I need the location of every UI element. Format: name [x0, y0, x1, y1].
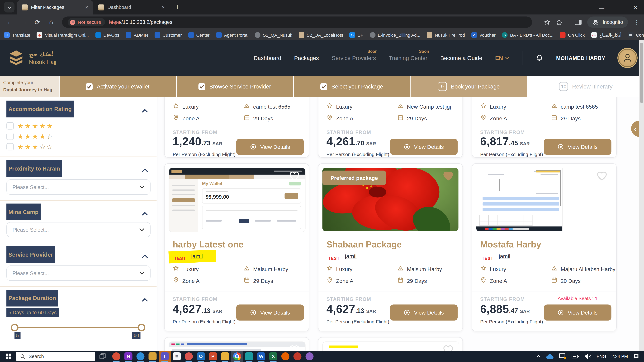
window-maximize-button[interactable]	[610, 1, 627, 14]
bookmark-14[interactable]: On Click	[560, 32, 585, 38]
nusuk-logo[interactable]: نُسُك حج Nusuk Hajj	[7, 49, 56, 67]
provider-link[interactable]: jamil	[191, 253, 203, 260]
favorite-heart-icon[interactable]	[443, 345, 454, 351]
mina-camp-select[interactable]: Please Select...	[6, 222, 150, 237]
clock[interactable]: 2:24 PM	[612, 354, 628, 359]
window-close-button[interactable]: ✕	[627, 1, 644, 14]
provider-link[interactable]: jamil	[499, 253, 510, 260]
bookmark-5[interactable]: Center	[188, 32, 210, 38]
taskbar-app-chrome[interactable]	[231, 351, 243, 362]
bookmark-15[interactable]: بأذكار-الصباح	[591, 32, 622, 38]
bookmark-2[interactable]: DevOps	[95, 32, 119, 38]
security-badge[interactable]: ✕ Not secure	[68, 18, 105, 26]
bookmark-16[interactable]: ⇄Compare text onlin...	[628, 32, 644, 38]
collapse-panel-tab[interactable]: ‹	[631, 121, 639, 137]
scrollbar-thumb[interactable]	[640, 43, 643, 103]
package-card-partial-bottom[interactable]	[164, 337, 309, 351]
favorite-heart-icon[interactable]	[443, 171, 454, 183]
nav-become-a-guide[interactable]: Become a Guide	[440, 55, 482, 61]
task-view-button[interactable]	[98, 353, 108, 360]
package-card-partial-bottom[interactable]	[318, 337, 463, 351]
new-tab-button[interactable]: +	[175, 3, 180, 12]
taskbar-app-palette-app[interactable]	[304, 351, 316, 362]
forward-button[interactable]: →	[18, 16, 30, 28]
bookmark-1[interactable]: ◆Visual Paradigm Onl...	[37, 32, 89, 38]
keyboard-language[interactable]: ENG	[596, 354, 606, 359]
back-button[interactable]: ←	[4, 16, 16, 28]
browser-menu-icon[interactable]: ⋮	[634, 18, 640, 26]
onedrive-icon[interactable]	[546, 354, 554, 359]
provider-link[interactable]: jamil	[345, 253, 356, 260]
duration-range-slider[interactable]	[0, 323, 157, 332]
taskbar-app-notepad[interactable]: ≡	[171, 351, 183, 362]
slider-handle-min[interactable]	[11, 324, 19, 332]
step-browse-service-provider[interactable]: Browse Service Provider	[176, 76, 293, 97]
collapse-chevron-icon[interactable]	[142, 296, 148, 303]
step-book-your-package[interactable]: 9 Book your Package	[410, 76, 527, 97]
step-select-your-package[interactable]: Select your Package	[293, 76, 410, 97]
taskbar-app-teams[interactable]: T	[158, 351, 171, 362]
taskbar-app-excel[interactable]: X	[267, 351, 279, 362]
view-details-button[interactable]: View Details	[544, 305, 612, 321]
proximity-select[interactable]: Please Select...	[6, 179, 150, 195]
taskbar-app-firefox[interactable]	[279, 351, 292, 362]
collapse-chevron-icon[interactable]	[142, 253, 148, 260]
bookmark-6[interactable]: Agent Portal	[216, 32, 248, 38]
taskbar-app-file-explorer[interactable]	[219, 351, 231, 362]
bookmark-7[interactable]: S2_QA_Nusuk	[255, 32, 292, 38]
package-card-harby-latest-one[interactable]: My Wallet 99,999.00 harby Latest oneTEST…	[164, 163, 309, 332]
user-avatar[interactable]	[618, 49, 637, 67]
taskbar-app-browser-app[interactable]	[134, 351, 146, 362]
bookmark-9[interactable]: SSF	[350, 32, 363, 38]
taskbar-app-media-app[interactable]	[110, 351, 122, 362]
taskbar-app-red-app[interactable]	[292, 351, 304, 362]
tab-dashboard[interactable]: Dashboard ✕	[94, 0, 170, 14]
view-details-button[interactable]: View Details	[236, 305, 304, 321]
window-minimize-button[interactable]: —	[593, 1, 610, 14]
favorite-heart-icon[interactable]	[289, 345, 300, 351]
bookmark-12[interactable]: ✓Voucher	[471, 32, 496, 38]
taskbar-app-colorful-app[interactable]	[146, 351, 158, 362]
taskbar-app-outlook[interactable]: O	[195, 351, 207, 362]
collapse-chevron-icon[interactable]	[142, 167, 148, 174]
hidden-icons-chevron[interactable]	[536, 355, 541, 358]
page-scrollbar[interactable]	[639, 40, 644, 351]
view-details-button[interactable]: View Details	[390, 139, 458, 155]
bookmark-4[interactable]: Customer	[154, 32, 182, 38]
taskbar-app-onenote[interactable]: N	[122, 351, 134, 362]
slider-handle-max[interactable]	[138, 324, 146, 332]
package-card-mostafa-harby[interactable]: Mostafa HarbyTESTjamilLuxuryMajaru Al ka…	[472, 163, 617, 332]
view-details-button[interactable]: View Details	[236, 139, 304, 155]
rating-option-5-stars[interactable]: ★★★★★	[6, 121, 53, 130]
taskbar-app-teal-app[interactable]	[243, 351, 255, 362]
rating-checkbox[interactable]	[6, 122, 14, 129]
action-center-icon[interactable]	[633, 353, 639, 360]
favorite-heart-icon[interactable]	[289, 171, 300, 183]
bookmark-13[interactable]: SBA - BRD's - All Doc...	[502, 32, 554, 38]
bookmark-3[interactable]: ADMIN	[126, 32, 148, 38]
tab-close-icon[interactable]: ✕	[160, 4, 167, 11]
taskbar-app-powerpoint[interactable]: P	[207, 351, 219, 362]
side-panel-icon[interactable]	[575, 19, 582, 25]
rating-checkbox[interactable]	[6, 143, 14, 150]
user-name[interactable]: MOHAMED HARBY	[556, 55, 605, 61]
package-card-partial[interactable]: Luxurycamp test 6565Zone A29 DaysSTARTIN…	[164, 97, 309, 158]
language-selector[interactable]: EN	[495, 55, 509, 61]
nav-dashboard[interactable]: Dashboard	[254, 55, 281, 61]
notifications-bell-icon[interactable]	[535, 53, 543, 62]
bookmark-8[interactable]: S2_QA_LocalHost	[299, 32, 343, 38]
start-button[interactable]	[3, 354, 14, 359]
package-card-shabaan-package[interactable]: Preferred package Shabaan PackageTESTjam…	[318, 163, 463, 332]
service-provider-select[interactable]: Please Select...	[6, 266, 150, 281]
view-details-button[interactable]: View Details	[544, 139, 612, 155]
rating-checkbox[interactable]	[6, 133, 14, 140]
taskbar-search[interactable]: Search	[16, 352, 95, 361]
rating-option-4-stars[interactable]: ★★★★☆	[6, 132, 53, 141]
display-share-icon[interactable]	[559, 353, 566, 360]
taskbar-app-word[interactable]: W	[255, 351, 267, 362]
bookmark-star-icon[interactable]	[544, 19, 551, 25]
home-button[interactable]: ⌂	[45, 16, 57, 28]
tab-filter-packages[interactable]: Filter Packages ✕	[17, 0, 94, 14]
extensions-icon[interactable]	[556, 19, 563, 25]
tab-search-button[interactable]	[4, 2, 14, 12]
